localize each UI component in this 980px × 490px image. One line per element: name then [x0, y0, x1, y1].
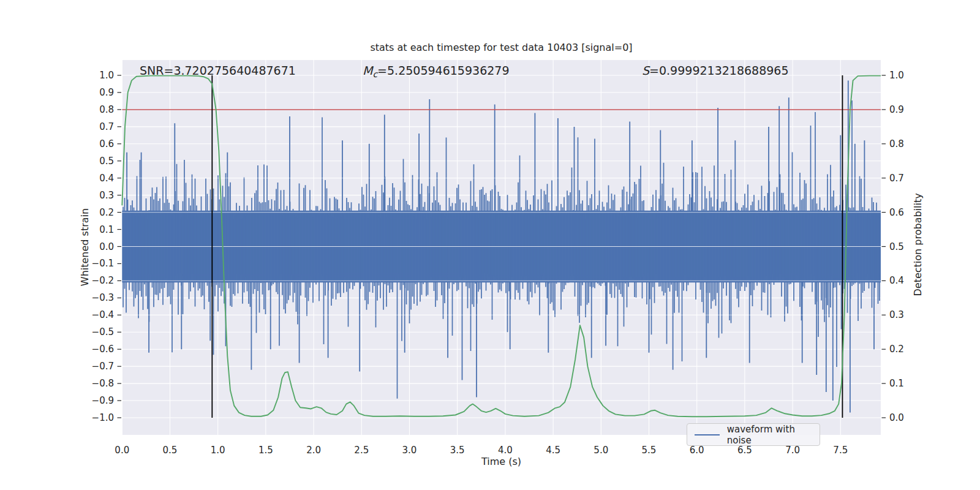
annotation-chirp-mass: Mc=5.250594615936279	[363, 64, 509, 77]
tick-label: 0.1	[65, 224, 114, 235]
tick-label: 0.5	[152, 445, 189, 456]
figure: stats at each timestep for test data 104…	[0, 0, 980, 490]
tick-label: 0.0	[889, 412, 926, 423]
tick-label: 0.7	[889, 173, 926, 184]
legend: waveform with noise	[687, 423, 820, 446]
tick-label: 0.9	[65, 87, 114, 98]
annotation-snr: SNR=3.720275640487671	[140, 64, 296, 77]
tick-label: 0.0	[104, 445, 140, 456]
tick-label: 0.7	[65, 121, 114, 132]
legend-line-swatch	[695, 434, 720, 435]
tick-label: −0.4	[65, 309, 114, 320]
tick-label: 0.8	[65, 104, 114, 115]
tick-label: 3.0	[391, 445, 428, 456]
tick-label: 0.1	[889, 378, 926, 389]
left-axis-tick-marks	[118, 75, 122, 418]
tick-label: −0.1	[65, 258, 114, 269]
tick-label: −0.6	[65, 344, 114, 355]
tick-label: 0.0	[65, 241, 114, 252]
tick-label: 0.3	[65, 190, 114, 201]
tick-label: −1.0	[65, 412, 114, 423]
tick-label: 5.5	[631, 445, 668, 456]
tick-label: 0.6	[889, 207, 926, 218]
legend-label: waveform with noise	[727, 424, 820, 446]
tick-label: 5.0	[582, 445, 619, 456]
tick-label: 0.4	[65, 173, 114, 184]
tick-label: 0.2	[889, 344, 926, 355]
tick-label: 4.5	[535, 445, 571, 456]
tick-label: 0.8	[889, 138, 926, 149]
tick-label: 1.0	[200, 445, 236, 456]
tick-label: 0.4	[889, 275, 926, 286]
tick-label: 0.5	[65, 156, 114, 167]
tick-label: 4.0	[487, 445, 524, 456]
tick-label: −0.8	[65, 378, 114, 389]
tick-label: 2.5	[343, 445, 380, 456]
annotation-signal-prob: S=0.9999213218688965	[642, 64, 789, 77]
tick-label: 1.0	[889, 70, 926, 81]
x-axis-label: Time (s)	[122, 456, 881, 467]
tick-label: 6.0	[679, 445, 715, 456]
tick-label: 0.2	[65, 207, 114, 218]
tick-label: 7.5	[822, 445, 859, 456]
chart-title: stats at each timestep for test data 104…	[122, 42, 881, 53]
tick-label: −0.3	[65, 292, 114, 303]
right-axis-tick-marks	[882, 75, 886, 418]
tick-label: −0.9	[65, 395, 114, 406]
tick-label: 0.9	[889, 104, 926, 115]
tick-label: 0.3	[889, 309, 926, 320]
tick-label: 6.5	[726, 445, 763, 456]
tick-label: 7.0	[774, 445, 811, 456]
tick-label: 2.0	[295, 445, 332, 456]
tick-label: −0.7	[65, 361, 114, 372]
tick-label: −0.5	[65, 326, 114, 337]
tick-label: 1.5	[247, 445, 284, 456]
tick-label: 1.0	[65, 70, 114, 81]
tick-label: 0.6	[65, 138, 114, 149]
tick-label: −0.2	[65, 275, 114, 286]
tick-label: 0.5	[889, 241, 926, 252]
tick-label: 3.5	[439, 445, 476, 456]
